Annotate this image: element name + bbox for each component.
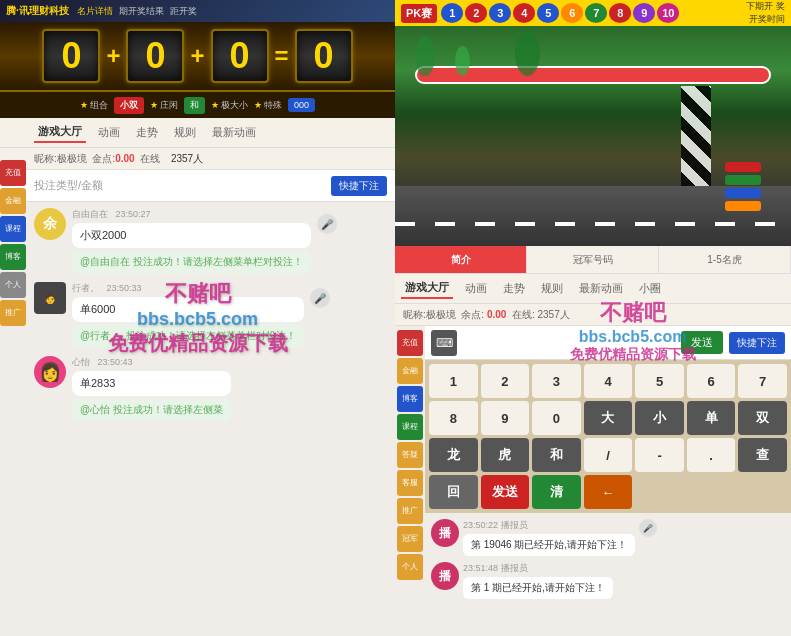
car-4 [725, 201, 761, 211]
rtab-rules[interactable]: 规则 [537, 279, 567, 298]
mic-1[interactable]: 🎤 [317, 214, 337, 234]
rsb-finance[interactable]: 金融 [397, 358, 423, 384]
pk-num-8[interactable]: 8 [609, 3, 631, 23]
key-send[interactable]: 发送 [481, 475, 530, 509]
rtab-animation[interactable]: 动画 [461, 279, 491, 298]
special-val[interactable]: 000 [288, 98, 315, 112]
key-clear[interactable]: 清 [532, 475, 581, 509]
race-tab-intro[interactable]: 简介 [395, 246, 527, 273]
rsb-service[interactable]: 客服 [397, 470, 423, 496]
user-info-text: 昵称:极极境 金点:0.00 在线 2357人 [34, 152, 203, 166]
pk-num-3[interactable]: 3 [489, 3, 511, 23]
pk-num-2[interactable]: 2 [465, 3, 487, 23]
key-dragon[interactable]: 龙 [429, 438, 478, 472]
banker-opt[interactable]: ★ 庄闲 [150, 99, 178, 112]
rtab-small-circle[interactable]: 小圈 [635, 279, 665, 298]
key-9[interactable]: 9 [481, 401, 530, 435]
left-nav-tabs: 游戏大厅 动画 走势 规则 最新动画 [0, 118, 395, 148]
small-opt[interactable]: 小双 [114, 97, 144, 114]
tab-animation[interactable]: 动画 [94, 123, 124, 142]
pk-num-4[interactable]: 4 [513, 3, 535, 23]
key-small[interactable]: 小 [635, 401, 684, 435]
rchat-bubble-1: 第 19046 期已经开始,请开始下注！ [463, 534, 635, 556]
nav-period: 名片详情 [77, 5, 113, 18]
rsb-recharge[interactable]: 充值 [397, 330, 423, 356]
sidebar-personal[interactable]: 个人 [0, 272, 26, 298]
key-5[interactable]: 5 [635, 364, 684, 398]
rtab-lobby[interactable]: 游戏大厅 [401, 278, 453, 299]
right-sidebar: 充值 金融 博客 课程 答疑 客服 推广 冠军 个人 [395, 326, 425, 636]
pk-num-1[interactable]: 1 [441, 3, 463, 23]
key-back[interactable]: 回 [429, 475, 478, 509]
send-button[interactable]: 发送 [681, 331, 723, 354]
key-slash[interactable]: / [584, 438, 633, 472]
mic-2[interactable]: 🎤 [310, 288, 330, 308]
chat-content-1: 自由自在 23:50:27 小双2000 @自由自在 投注成功！请选择左侧菜单栏… [72, 208, 311, 274]
rsb-personal[interactable]: 个人 [397, 554, 423, 580]
key-query[interactable]: 查 [738, 438, 787, 472]
special-opt[interactable]: ★ 特殊 [254, 99, 282, 112]
score-board: 0 + 0 + 0 = 0 [0, 22, 395, 92]
key-minus[interactable]: - [635, 438, 684, 472]
tab-lobby[interactable]: 游戏大厅 [34, 122, 86, 143]
key-4[interactable]: 4 [584, 364, 633, 398]
sidebar-blog[interactable]: 博客 [0, 244, 26, 270]
combo-opt[interactable]: ★ 组合 [80, 99, 108, 112]
nav-current: 距开奖 [170, 5, 197, 18]
score-digit-3: 0 [211, 29, 269, 83]
bet-input-placeholder[interactable]: 投注类型/金额 [34, 178, 331, 193]
key-6[interactable]: 6 [687, 364, 736, 398]
race-tab-champion[interactable]: 冠军号码 [527, 246, 659, 273]
sidebar-promo[interactable]: 推广 [0, 300, 26, 326]
key-single[interactable]: 单 [687, 401, 736, 435]
rsb-course[interactable]: 课程 [397, 414, 423, 440]
bigsmall-opt[interactable]: ★ 极大小 [211, 99, 248, 112]
pk-num-9[interactable]: 9 [633, 3, 655, 23]
race-tab-top5[interactable]: 1-5名虎 [659, 246, 791, 273]
pk-num-10[interactable]: 10 [657, 3, 679, 23]
right-chat-area: 播 23:50:22 播报员 第 19046 期已经开始,请开始下注！ 🎤 播 … [425, 513, 791, 636]
score-digit-2: 0 [126, 29, 184, 83]
key-0[interactable]: 0 [532, 401, 581, 435]
right-main: 充值 金融 博客 课程 答疑 客服 推广 冠军 个人 ⌨ 发送 快捷下注 1 2 [395, 326, 791, 636]
rtab-latest[interactable]: 最新动画 [575, 279, 627, 298]
pk-num-7[interactable]: 7 [585, 3, 607, 23]
key-3[interactable]: 3 [532, 364, 581, 398]
avatar-1: 余 [34, 208, 66, 240]
rchat-mic-1[interactable]: 🎤 [639, 519, 657, 537]
bet-options-bar: ★ 组合 小双 ★ 庄闲 和 ★ 极大小 ★ 特殊 000 [0, 92, 395, 118]
rsb-blog[interactable]: 博客 [397, 386, 423, 412]
key-double[interactable]: 双 [738, 401, 787, 435]
key-big[interactable]: 大 [584, 401, 633, 435]
key-2[interactable]: 2 [481, 364, 530, 398]
and-opt[interactable]: 和 [184, 97, 205, 114]
left-header-nav: 名片详情 期开奖结果 距开奖 [77, 5, 197, 18]
key-8[interactable]: 8 [429, 401, 478, 435]
key-delete[interactable]: ← [584, 475, 633, 509]
tab-rules[interactable]: 规则 [170, 123, 200, 142]
race-line [395, 222, 791, 226]
rtab-trend[interactable]: 走势 [499, 279, 529, 298]
chat-time-1: 自由自在 23:50:27 [72, 208, 311, 221]
quick-bet-left-btn[interactable]: 快捷下注 [331, 176, 387, 196]
key-tiger[interactable]: 虎 [481, 438, 530, 472]
bet-input-bar: 投注类型/金额 快捷下注 [0, 170, 395, 202]
sidebar-recharge[interactable]: 充值 [0, 160, 26, 186]
key-he[interactable]: 和 [532, 438, 581, 472]
tab-latest[interactable]: 最新动画 [208, 123, 260, 142]
sidebar-course[interactable]: 课程 [0, 216, 26, 242]
tab-trend[interactable]: 走势 [132, 123, 162, 142]
pk-num-5[interactable]: 5 [537, 3, 559, 23]
chat-content-2: 行者。 23:50:33 单6000 @行者。, 投注成功！请选择左侧菜单栏对投… [72, 282, 304, 348]
rsb-qa[interactable]: 答疑 [397, 442, 423, 468]
key-dot[interactable]: . [687, 438, 736, 472]
key-7[interactable]: 7 [738, 364, 787, 398]
keyboard-icon[interactable]: ⌨ [431, 330, 457, 356]
rsb-champion[interactable]: 冠军 [397, 526, 423, 552]
sidebar-finance[interactable]: 金融 [0, 188, 26, 214]
key-1[interactable]: 1 [429, 364, 478, 398]
quick-bet-right-btn[interactable]: 快捷下注 [729, 332, 785, 354]
rsb-promo[interactable]: 推广 [397, 498, 423, 524]
pk-num-6[interactable]: 6 [561, 3, 583, 23]
rchat-avatar-2: 播 [431, 562, 459, 590]
